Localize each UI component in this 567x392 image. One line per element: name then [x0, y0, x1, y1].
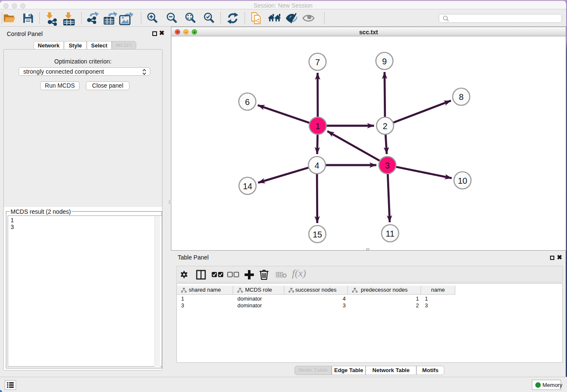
svg-text:10: 10	[458, 176, 467, 185]
svg-text:11: 11	[386, 229, 395, 238]
svg-text:3: 3	[385, 161, 390, 170]
svg-text:9: 9	[382, 57, 387, 66]
svg-text:7: 7	[315, 58, 320, 67]
svg-text:4: 4	[314, 161, 319, 170]
svg-text:1: 1	[315, 121, 320, 131]
svg-text:14: 14	[243, 182, 252, 191]
svg-text:2: 2	[383, 121, 387, 131]
svg-text:15: 15	[313, 230, 322, 239]
svg-text:8: 8	[459, 92, 463, 102]
svg-text:6: 6	[245, 97, 250, 107]
